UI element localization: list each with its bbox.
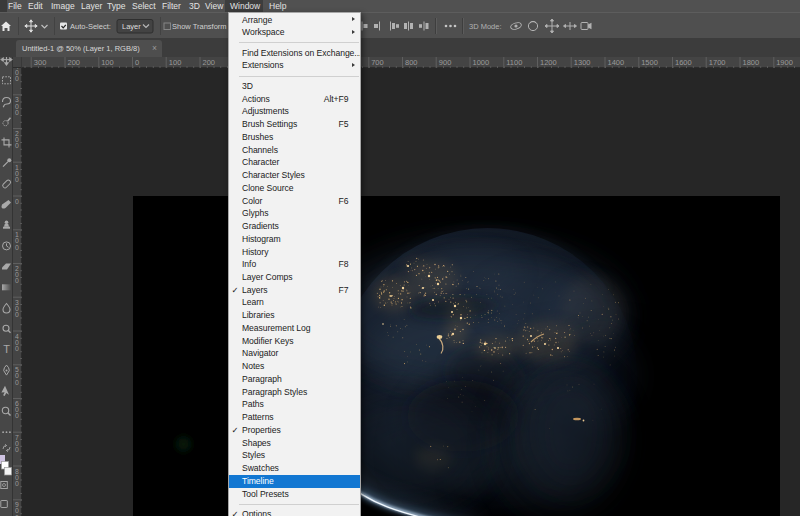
svg-text:0: 0 xyxy=(15,412,19,419)
svg-text:0: 0 xyxy=(15,75,19,82)
svg-text:1700: 1700 xyxy=(709,58,726,67)
svg-text:1100: 1100 xyxy=(506,58,522,67)
svg-text:300: 300 xyxy=(34,58,47,67)
svg-text:0: 0 xyxy=(135,58,139,67)
svg-text:200: 200 xyxy=(203,58,216,67)
svg-text:0: 0 xyxy=(15,176,19,183)
svg-text:T: T xyxy=(3,343,10,355)
svg-text:900: 900 xyxy=(439,58,452,67)
svg-text:0: 0 xyxy=(15,109,19,116)
svg-text:1400: 1400 xyxy=(608,58,625,67)
svg-text:0: 0 xyxy=(15,379,19,386)
svg-text:0: 0 xyxy=(15,446,19,453)
svg-text:1300: 1300 xyxy=(574,58,591,67)
svg-text:200: 200 xyxy=(68,58,81,67)
svg-text:1900: 1900 xyxy=(776,58,793,67)
svg-text:1500: 1500 xyxy=(641,58,658,67)
svg-text:0: 0 xyxy=(15,345,19,352)
svg-text:100: 100 xyxy=(101,58,114,67)
svg-text:0: 0 xyxy=(15,311,19,318)
svg-text:0: 0 xyxy=(15,198,19,205)
svg-text:0: 0 xyxy=(15,142,19,149)
svg-text:0: 0 xyxy=(15,480,19,487)
svg-text:0: 0 xyxy=(15,244,19,251)
svg-text:1600: 1600 xyxy=(675,58,692,67)
svg-text:1000: 1000 xyxy=(473,58,490,67)
svg-text:1200: 1200 xyxy=(540,58,557,67)
svg-text:700: 700 xyxy=(371,58,384,67)
svg-text:1800: 1800 xyxy=(743,58,760,67)
svg-text:100: 100 xyxy=(169,58,182,67)
svg-text:0: 0 xyxy=(15,277,19,284)
svg-text:800: 800 xyxy=(405,58,418,67)
